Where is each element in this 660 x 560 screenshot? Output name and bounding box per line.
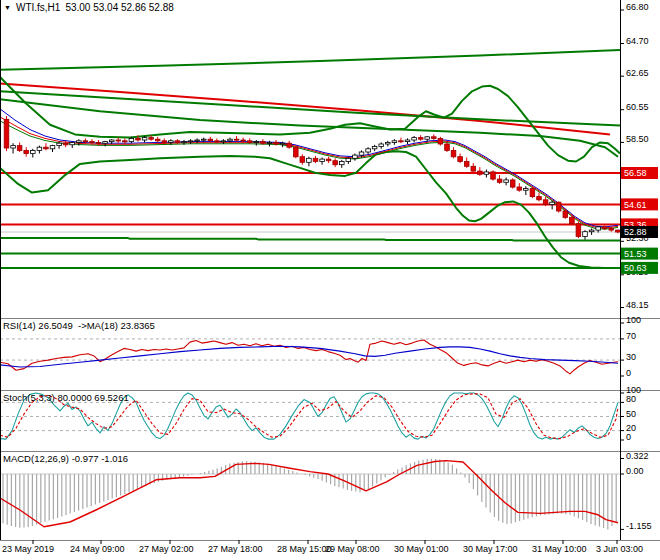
candle-body [221, 141, 226, 142]
candle-body [340, 162, 345, 165]
candle-body [478, 171, 483, 174]
candle-body [583, 232, 588, 237]
candle-body [155, 139, 160, 141]
ohlc-values: 53.00 53.04 52.86 52.88 [65, 2, 173, 13]
candle-body [195, 140, 200, 141]
candle-body [287, 143, 292, 147]
candle-body [44, 147, 49, 149]
time-axis-label: 29 May 08:00 [325, 544, 380, 554]
candle-body [17, 146, 22, 151]
candle-body [432, 137, 437, 139]
chart-canvas[interactable]: 66.8064.7062.6560.5558.5052.3050.2048.15… [0, 0, 660, 560]
series-bb-lower [0, 151, 620, 268]
price-axis-label: 64.70 [626, 36, 649, 46]
candle-body [326, 159, 331, 161]
price-axis-label: 62.65 [626, 68, 649, 78]
candle-body [616, 230, 621, 232]
candle-body [372, 146, 377, 148]
candle-body [425, 137, 430, 139]
candle-body [589, 230, 594, 232]
time-axis-label: 28 May 15:00 [277, 544, 332, 554]
candle-body [188, 141, 193, 142]
candle-body [537, 197, 542, 200]
macd-axis-label: 0.00 [626, 466, 644, 476]
price-axis-label: 58.50 [626, 134, 649, 144]
series-slow-ma-green-1 [0, 91, 620, 125]
candle-body [182, 142, 187, 143]
candle-body [234, 139, 239, 140]
price-badge-label: 52.88 [624, 227, 647, 237]
time-axis-label: 30 May 01:00 [394, 544, 449, 554]
rsi-axis-label: 100 [626, 315, 641, 325]
candle-body [405, 140, 410, 142]
candle-body [24, 150, 29, 153]
macd-axis-label: -1.155 [626, 521, 652, 531]
candle-body [576, 224, 581, 237]
candle-body [353, 155, 358, 158]
candle-body [307, 158, 312, 162]
candle-body [491, 172, 496, 179]
candle-body [241, 140, 246, 141]
candle-body [169, 141, 174, 143]
candle-body [11, 146, 16, 148]
candle-body [31, 150, 36, 153]
candle-body [438, 138, 443, 144]
series-rsi [0, 340, 618, 374]
time-axis-label: 27 May 02:00 [139, 544, 194, 554]
price-badge-label: 50.63 [624, 263, 647, 273]
candle-body [359, 152, 364, 155]
candle-body [201, 139, 206, 140]
candle-body [300, 157, 305, 163]
candle-body [333, 161, 338, 165]
macd-indicator-label: MACD(12,26,9) -0.977 -1.016 [3, 453, 128, 464]
symbol-timeframe-label: WTI.fs,H1 [16, 2, 60, 13]
chart-title: ▼ WTI.fs,H1 53.00 53.04 52.86 52.88 [4, 2, 174, 13]
candle-body [418, 138, 423, 140]
candle-body [379, 144, 384, 146]
candle-body [37, 147, 42, 150]
price-axis-label: 66.80 [626, 2, 649, 12]
candle-body [386, 142, 391, 144]
stoch-axis-label: 80 [626, 394, 636, 404]
candle-body [261, 142, 266, 144]
candle-body [4, 119, 9, 148]
price-axis-label: 60.55 [626, 102, 649, 112]
candle-body [162, 141, 167, 143]
candle-body [412, 138, 417, 140]
candle-body [451, 150, 456, 156]
candle-body [280, 143, 285, 144]
candle-body [445, 144, 450, 150]
candle-body [70, 142, 75, 144]
candle-body [471, 166, 476, 171]
candle-body [458, 157, 463, 162]
candle-body [294, 147, 299, 157]
candle-body [247, 141, 252, 143]
candle-body [77, 141, 82, 143]
candle-body [57, 143, 62, 145]
series-macd-signal [0, 461, 618, 527]
price-badge-label: 51.53 [624, 249, 647, 259]
rsi-axis-label: 70 [626, 331, 636, 341]
candle-body [530, 189, 535, 197]
candle-body [83, 141, 88, 142]
candle-body [63, 143, 68, 145]
candle-body [103, 142, 108, 144]
candle-body [175, 141, 180, 143]
candle-body [129, 138, 134, 141]
time-axis-label: 31 May 10:00 [532, 544, 587, 554]
stoch-axis-label: 50 [626, 409, 636, 419]
candle-body [346, 158, 351, 161]
candle-body [510, 180, 515, 187]
candle-body [109, 140, 114, 142]
candle-body [274, 142, 279, 144]
candle-body [254, 142, 259, 143]
rsi-axis-label: 30 [626, 352, 636, 362]
candle-body [90, 142, 95, 143]
rsi-axis-label: 0 [626, 368, 631, 378]
trading-chart-window: 66.8064.7062.6560.5558.5052.3050.2048.15… [0, 0, 660, 560]
macd-axis-label: 0.322 [626, 451, 649, 461]
dropdown-arrow-icon[interactable]: ▼ [4, 3, 11, 13]
price-badge-label: 54.61 [624, 200, 647, 210]
candle-body [563, 211, 568, 217]
candle-body [136, 138, 141, 140]
